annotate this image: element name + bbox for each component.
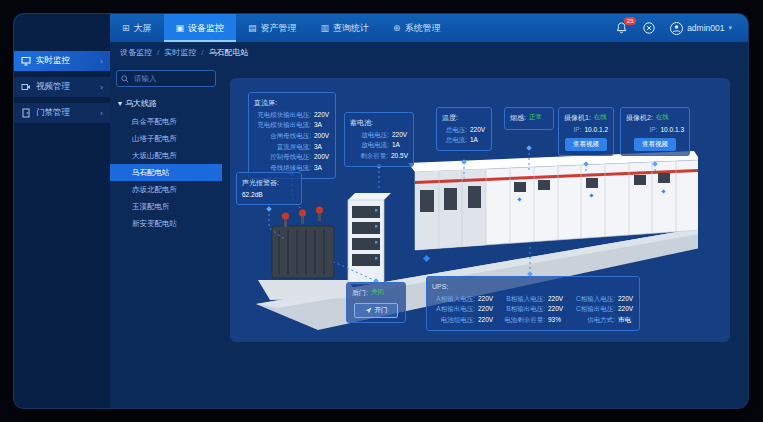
door-status: 关闭 — [371, 287, 384, 300]
sidebar-item-video-management[interactable]: 视频管理 › — [14, 77, 110, 97]
camera1-view-video-button[interactable]: 查看视频 — [565, 138, 607, 151]
tree-item-station[interactable]: 玉溪配电所 — [116, 198, 216, 215]
door-title: 后门: — [352, 287, 368, 299]
tab-label: 大屏 — [134, 22, 152, 35]
alarm-title: 声光报警器: — [242, 177, 296, 189]
metric-value: 220V — [314, 110, 330, 121]
camera2-title: 摄像机2: — [626, 112, 653, 124]
breadcrumb-item[interactable]: 实时监控 — [164, 47, 196, 58]
metric-label: A相输入电压: — [432, 294, 475, 305]
door-icon — [21, 108, 31, 118]
app-window: ⊞ 大屏 ▣ 设备监控 ▤ 资产管理 ▥ 查询统计 ⊛ 系统管理 — [14, 14, 748, 408]
tree-collapse-icon: ▾ — [118, 99, 122, 108]
tab-label: 设备监控 — [188, 22, 224, 35]
tab-query-statistics[interactable]: ▥ 查询统计 — [309, 14, 382, 42]
tab-label: 系统管理 — [405, 22, 441, 35]
notification-badge: 25 — [624, 17, 636, 25]
tab-label: 查询统计 — [333, 22, 369, 35]
search-input[interactable] — [132, 73, 211, 84]
sidebar-item-access-management[interactable]: 门禁管理 › — [14, 103, 110, 123]
tab-system-management[interactable]: ⊛ 系统管理 — [381, 14, 453, 42]
chevron-right-icon: › — [100, 83, 103, 92]
camera1-card: 摄像机1: 在线 IP:10.0.1.2 查看视频 — [558, 107, 614, 156]
camera2-card: 摄像机2: 在线 IP:10.0.1.3 查看视频 — [620, 107, 690, 156]
tree-root-label: 乌大线路 — [125, 98, 157, 109]
metric-label: 供电方式: — [572, 315, 615, 326]
metric-value: 220V — [548, 294, 564, 305]
sound-light-alarm-card: 声光报警器: 62.2dB — [236, 172, 302, 205]
breadcrumb-separator: / — [201, 48, 203, 57]
alarm-value: 62.2dB — [242, 190, 296, 201]
camera1-status: 在线 — [594, 112, 607, 125]
metric-label: 充电模块输出电压: — [254, 110, 311, 121]
metric-label: 总电压: — [442, 125, 467, 136]
metric-value: 93% — [548, 315, 564, 326]
tree-item-station[interactable]: 大坂山配电所 — [116, 147, 216, 164]
camera2-ip: 10.0.1.3 — [661, 125, 685, 136]
metric-value: 3A — [314, 142, 330, 153]
tree-item-station[interactable]: 白金亭配电所 — [116, 113, 216, 130]
monitor-icon: ▣ — [176, 23, 185, 33]
send-icon — [365, 307, 372, 314]
metric-label: 电池剩余容量: — [502, 315, 545, 326]
video-icon — [21, 82, 31, 92]
tab-label: 资产管理 — [261, 22, 297, 35]
settings-icon: ⊛ — [393, 23, 401, 33]
smoke-status: 正常 — [529, 112, 542, 125]
asset-icon: ▤ — [248, 23, 257, 33]
user-avatar-icon — [670, 22, 683, 35]
left-sidebar: 实时监控 › 视频管理 › 门禁管理 › — [14, 42, 110, 408]
metric-value: 3A — [314, 163, 330, 174]
metric-label: 直流屏电流: — [254, 142, 311, 153]
metric-label: 总电流: — [442, 135, 467, 146]
tree-item-station[interactable]: 赤坂北配电所 — [116, 181, 216, 198]
temperature-panel-title: 温度: — [442, 112, 486, 124]
metric-value: 220V — [618, 294, 634, 305]
tree-item-station[interactable]: 新安变配电站 — [116, 215, 216, 232]
smoke-sensor-card: 烟感: 正常 — [504, 107, 554, 130]
breadcrumb-item[interactable]: 设备监控 — [120, 47, 152, 58]
realtime-monitor-icon — [21, 56, 31, 66]
tab-dashboard[interactable]: ⊞ 大屏 — [110, 14, 164, 42]
dc-panel-title: 直流屏: — [254, 97, 330, 109]
station-tree-panel: ▾ 乌大线路 白金亭配电所 山塔子配电所 大坂山配电所 乌石配电站 赤坂北配电所… — [110, 62, 222, 408]
ip-label: IP: — [626, 125, 658, 136]
back-door-card: 后门: 关闭 开门 — [346, 282, 406, 323]
camera2-view-video-button[interactable]: 查看视频 — [634, 138, 676, 151]
tree-item-station-selected[interactable]: 乌石配电站 — [110, 164, 222, 181]
main-area: 直流屏: 充电模块输出电压:220V 充电模块输出电流:3A 合闸母线电压:20… — [222, 62, 748, 408]
tree-root-node[interactable]: ▾ 乌大线路 — [118, 98, 216, 109]
fullscreen-button[interactable] — [642, 21, 656, 35]
metric-value: 220V — [478, 315, 494, 326]
tab-asset-management[interactable]: ▤ 资产管理 — [236, 14, 309, 42]
metric-label: B相输出电压: — [502, 304, 545, 315]
chevron-down-icon: ▾ — [728, 24, 732, 32]
top-navbar: ⊞ 大屏 ▣ 设备监控 ▤ 资产管理 ▥ 查询统计 ⊛ 系统管理 — [14, 14, 748, 42]
user-menu[interactable]: admin001 ▾ — [670, 22, 732, 35]
metric-label: 控制母线电压: — [254, 152, 311, 163]
sidebar-item-realtime-monitor[interactable]: 实时监控 › — [14, 51, 110, 71]
username: admin001 — [687, 23, 724, 33]
sidebar-item-label: 视频管理 — [36, 81, 70, 93]
metric-label: C相输入电压: — [572, 294, 615, 305]
metric-value: 200V — [314, 131, 330, 142]
metric-value: 220V — [618, 304, 634, 315]
open-door-label: 开门 — [375, 307, 388, 314]
metric-label: C相输出电压: — [572, 304, 615, 315]
metric-label: B相输入电压: — [502, 294, 545, 305]
temperature-panel-card: 温度: 总电压:220V 总电流:1A — [436, 107, 492, 151]
tab-device-monitor[interactable]: ▣ 设备监控 — [164, 14, 237, 42]
battery-panel-card: 蓄电池: 放电电压:220V 放电电流:1A 剩余容量:20.5V — [344, 112, 414, 167]
chevron-right-icon: › — [100, 109, 103, 118]
metric-value: 1A — [470, 135, 486, 146]
nav-right-cluster: 25 admin001 ▾ — [614, 14, 748, 42]
open-door-button[interactable]: 开门 — [354, 303, 398, 318]
metric-value: 20.5V — [391, 151, 408, 162]
metric-value: 3A — [314, 120, 330, 131]
notification-bell-button[interactable]: 25 — [614, 21, 628, 35]
camera1-ip: 10.0.1.2 — [585, 125, 609, 136]
tree-item-station[interactable]: 山塔子配电所 — [116, 130, 216, 147]
metric-value: 1A — [392, 140, 408, 151]
metric-value: 220V — [478, 304, 494, 315]
metric-value: 200V — [314, 152, 330, 163]
